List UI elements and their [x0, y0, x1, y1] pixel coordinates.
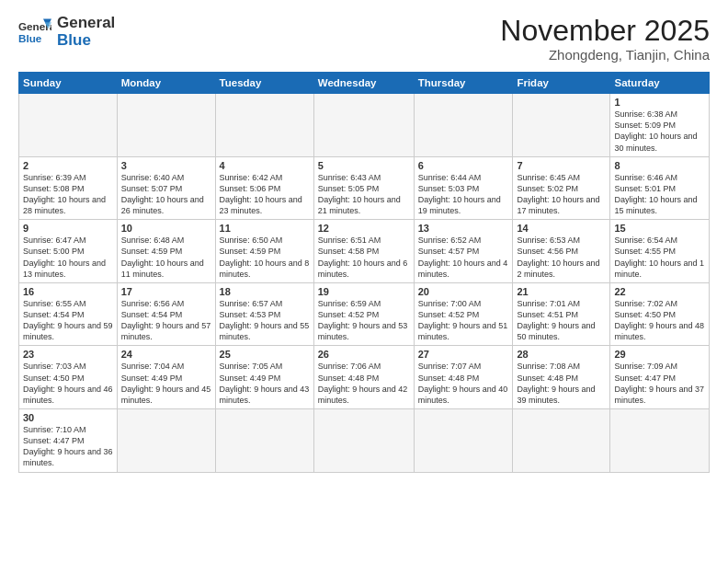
calendar-day-cell: 25Sunrise: 7:05 AM Sunset: 4:49 PM Dayli…	[215, 346, 313, 409]
day-number: 7	[517, 160, 606, 171]
day-number: 30	[23, 412, 113, 423]
title-block: November 2025 Zhongdeng, Tianjin, China	[500, 15, 710, 63]
calendar-table: Sunday Monday Tuesday Wednesday Thursday…	[18, 72, 710, 472]
svg-text:Blue: Blue	[18, 31, 42, 43]
day-info: Sunrise: 6:43 AM Sunset: 5:05 PM Dayligh…	[318, 172, 410, 217]
day-number: 1	[614, 97, 705, 108]
calendar-day-cell	[414, 409, 513, 473]
calendar-day-cell: 9Sunrise: 6:47 AM Sunset: 5:00 PM Daylig…	[19, 220, 118, 283]
day-info: Sunrise: 6:56 AM Sunset: 4:54 PM Dayligh…	[121, 298, 211, 343]
page: General Blue General Blue November 2025 …	[0, 0, 728, 563]
day-number: 2	[23, 160, 113, 171]
calendar-day-cell: 7Sunrise: 6:45 AM Sunset: 5:02 PM Daylig…	[513, 156, 610, 220]
calendar-day-cell: 10Sunrise: 6:48 AM Sunset: 4:59 PM Dayli…	[117, 220, 215, 283]
logo-general: General	[57, 15, 115, 32]
calendar-header-row: Sunday Monday Tuesday Wednesday Thursday…	[19, 73, 710, 94]
day-number: 16	[23, 286, 113, 297]
calendar-day-cell	[513, 409, 610, 473]
day-info: Sunrise: 7:05 AM Sunset: 4:49 PM Dayligh…	[220, 361, 310, 406]
calendar-day-cell	[313, 409, 414, 473]
calendar-day-cell: 13Sunrise: 6:52 AM Sunset: 4:57 PM Dayli…	[414, 220, 513, 283]
day-number: 21	[517, 286, 606, 297]
col-tuesday: Tuesday	[215, 73, 313, 94]
day-number: 17	[121, 286, 211, 297]
day-info: Sunrise: 7:07 AM Sunset: 4:48 PM Dayligh…	[418, 361, 509, 406]
calendar-day-cell	[610, 409, 710, 473]
day-info: Sunrise: 6:47 AM Sunset: 5:00 PM Dayligh…	[23, 235, 113, 280]
day-info: Sunrise: 6:45 AM Sunset: 5:02 PM Dayligh…	[517, 172, 606, 217]
calendar-day-cell: 22Sunrise: 7:02 AM Sunset: 4:50 PM Dayli…	[610, 282, 710, 346]
day-number: 11	[220, 223, 310, 234]
calendar-week-row: 23Sunrise: 7:03 AM Sunset: 4:50 PM Dayli…	[19, 346, 710, 409]
day-number: 14	[517, 223, 606, 234]
col-friday: Friday	[513, 73, 610, 94]
day-number: 23	[23, 349, 113, 360]
day-info: Sunrise: 7:01 AM Sunset: 4:51 PM Dayligh…	[517, 298, 606, 343]
calendar-day-cell: 16Sunrise: 6:55 AM Sunset: 4:54 PM Dayli…	[19, 282, 118, 346]
col-saturday: Saturday	[610, 73, 710, 94]
day-number: 24	[121, 349, 211, 360]
calendar-week-row: 30Sunrise: 7:10 AM Sunset: 4:47 PM Dayli…	[19, 409, 710, 473]
day-info: Sunrise: 7:10 AM Sunset: 4:47 PM Dayligh…	[23, 424, 113, 469]
day-info: Sunrise: 6:51 AM Sunset: 4:58 PM Dayligh…	[318, 235, 410, 280]
col-sunday: Sunday	[19, 73, 118, 94]
calendar-day-cell: 21Sunrise: 7:01 AM Sunset: 4:51 PM Dayli…	[513, 282, 610, 346]
day-info: Sunrise: 6:59 AM Sunset: 4:52 PM Dayligh…	[318, 298, 410, 343]
day-number: 5	[318, 160, 410, 171]
calendar-day-cell: 30Sunrise: 7:10 AM Sunset: 4:47 PM Dayli…	[19, 409, 118, 473]
col-monday: Monday	[117, 73, 215, 94]
day-number: 22	[614, 286, 705, 297]
day-info: Sunrise: 7:03 AM Sunset: 4:50 PM Dayligh…	[23, 361, 113, 406]
calendar-day-cell: 14Sunrise: 6:53 AM Sunset: 4:56 PM Dayli…	[513, 220, 610, 283]
day-info: Sunrise: 7:04 AM Sunset: 4:49 PM Dayligh…	[121, 361, 211, 406]
logo-blue: Blue	[57, 32, 115, 50]
calendar-week-row: 1Sunrise: 6:38 AM Sunset: 5:09 PM Daylig…	[19, 94, 710, 157]
day-info: Sunrise: 6:44 AM Sunset: 5:03 PM Dayligh…	[418, 172, 509, 217]
calendar-day-cell: 26Sunrise: 7:06 AM Sunset: 4:48 PM Dayli…	[313, 346, 414, 409]
day-number: 6	[418, 160, 509, 171]
day-info: Sunrise: 6:53 AM Sunset: 4:56 PM Dayligh…	[517, 235, 606, 280]
col-wednesday: Wednesday	[313, 73, 414, 94]
day-number: 9	[23, 223, 113, 234]
day-info: Sunrise: 6:48 AM Sunset: 4:59 PM Dayligh…	[121, 235, 211, 280]
day-info: Sunrise: 6:46 AM Sunset: 5:01 PM Dayligh…	[614, 172, 705, 217]
day-number: 15	[614, 223, 705, 234]
calendar-week-row: 16Sunrise: 6:55 AM Sunset: 4:54 PM Dayli…	[19, 282, 710, 346]
calendar-day-cell: 19Sunrise: 6:59 AM Sunset: 4:52 PM Dayli…	[313, 282, 414, 346]
calendar-day-cell: 28Sunrise: 7:08 AM Sunset: 4:48 PM Dayli…	[513, 346, 610, 409]
calendar-day-cell: 12Sunrise: 6:51 AM Sunset: 4:58 PM Dayli…	[313, 220, 414, 283]
calendar-day-cell: 18Sunrise: 6:57 AM Sunset: 4:53 PM Dayli…	[215, 282, 313, 346]
calendar-day-cell	[117, 409, 215, 473]
calendar-day-cell	[117, 94, 215, 157]
day-number: 10	[121, 223, 211, 234]
calendar-day-cell: 1Sunrise: 6:38 AM Sunset: 5:09 PM Daylig…	[610, 94, 710, 157]
day-number: 12	[318, 223, 410, 234]
day-info: Sunrise: 6:39 AM Sunset: 5:08 PM Dayligh…	[23, 172, 113, 217]
day-number: 19	[318, 286, 410, 297]
calendar-day-cell: 17Sunrise: 6:56 AM Sunset: 4:54 PM Dayli…	[117, 282, 215, 346]
calendar-day-cell	[19, 94, 118, 157]
day-info: Sunrise: 7:09 AM Sunset: 4:47 PM Dayligh…	[614, 361, 705, 406]
calendar-day-cell	[215, 409, 313, 473]
calendar-day-cell: 24Sunrise: 7:04 AM Sunset: 4:49 PM Dayli…	[117, 346, 215, 409]
day-info: Sunrise: 7:02 AM Sunset: 4:50 PM Dayligh…	[614, 298, 705, 343]
calendar-day-cell: 15Sunrise: 6:54 AM Sunset: 4:55 PM Dayli…	[610, 220, 710, 283]
day-number: 26	[318, 349, 410, 360]
day-info: Sunrise: 6:50 AM Sunset: 4:59 PM Dayligh…	[220, 235, 310, 280]
calendar-week-row: 9Sunrise: 6:47 AM Sunset: 5:00 PM Daylig…	[19, 220, 710, 283]
day-info: Sunrise: 7:06 AM Sunset: 4:48 PM Dayligh…	[318, 361, 410, 406]
day-info: Sunrise: 7:00 AM Sunset: 4:52 PM Dayligh…	[418, 298, 509, 343]
day-number: 28	[517, 349, 606, 360]
day-info: Sunrise: 6:42 AM Sunset: 5:06 PM Dayligh…	[220, 172, 310, 217]
day-info: Sunrise: 6:55 AM Sunset: 4:54 PM Dayligh…	[23, 298, 113, 343]
day-number: 8	[614, 160, 705, 171]
day-info: Sunrise: 6:57 AM Sunset: 4:53 PM Dayligh…	[220, 298, 310, 343]
calendar-day-cell: 4Sunrise: 6:42 AM Sunset: 5:06 PM Daylig…	[215, 156, 313, 220]
day-info: Sunrise: 6:40 AM Sunset: 5:07 PM Dayligh…	[121, 172, 211, 217]
header: General Blue General Blue November 2025 …	[18, 15, 710, 63]
calendar-week-row: 2Sunrise: 6:39 AM Sunset: 5:08 PM Daylig…	[19, 156, 710, 220]
calendar-day-cell: 2Sunrise: 6:39 AM Sunset: 5:08 PM Daylig…	[19, 156, 118, 220]
calendar-day-cell	[313, 94, 414, 157]
col-thursday: Thursday	[414, 73, 513, 94]
calendar-day-cell: 11Sunrise: 6:50 AM Sunset: 4:59 PM Dayli…	[215, 220, 313, 283]
